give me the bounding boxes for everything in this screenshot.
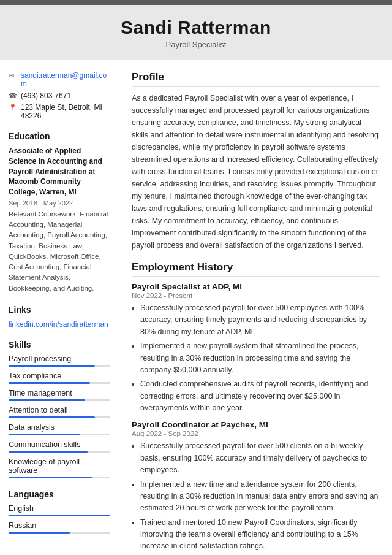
skill-item: Communication skills <box>9 440 110 453</box>
skill-bar-fill <box>9 416 95 418</box>
sidebar: ✉ sandi.ratterman@gmail.com ☎ (493) 803-… <box>0 60 119 555</box>
language-name: Russian <box>9 521 110 530</box>
skill-item: Data analysis <box>9 423 110 435</box>
job-entry: Payroll Specialist at ADP, MI Nov 2022 -… <box>132 282 380 414</box>
job-bullet: Trained and mentored 10 new Payroll Coor… <box>140 517 380 553</box>
skills-title: Skills <box>9 340 110 350</box>
skill-item: Tax compliance <box>9 372 110 384</box>
email-item: ✉ sandi.ratterman@gmail.com <box>9 71 110 88</box>
language-item: Russian <box>9 521 110 534</box>
skill-name: Time management <box>9 389 110 397</box>
phone-item: ☎ (493) 803-7671 <box>9 91 110 100</box>
phone-icon: ☎ <box>9 92 17 100</box>
skill-bar-bg <box>9 382 110 384</box>
skill-bar-bg <box>9 477 110 478</box>
skill-bar-fill <box>9 434 80 435</box>
skills-section: Skills Payroll processing Tax compliance… <box>9 340 110 478</box>
job-title: Payroll Specialist at ADP, MI <box>132 282 380 291</box>
address-value: 123 Maple St, Detroit, MI 48226 <box>21 103 110 120</box>
language-bar-bg <box>9 515 110 516</box>
body-wrap: ✉ sandi.ratterman@gmail.com ☎ (493) 803-… <box>0 60 392 555</box>
skill-bar-fill <box>9 382 90 384</box>
education-section: Education Associate of Applied Science i… <box>9 131 110 294</box>
job-title: Payroll Coordinator at Paychex, MI <box>132 420 380 429</box>
skill-name: Payroll processing <box>9 354 110 363</box>
email-link[interactable]: sandi.ratterman@gmail.com <box>21 71 110 88</box>
skill-name: Data analysis <box>9 423 110 432</box>
skills-list: Payroll processing Tax compliance Time m… <box>9 354 110 478</box>
profile-title: Profile <box>132 71 380 87</box>
job-bullet: Successfully processed payroll for over … <box>140 302 380 338</box>
language-bar-bg <box>9 532 110 534</box>
skill-name: Tax compliance <box>9 372 110 380</box>
jobs-list: Payroll Specialist at ADP, MI Nov 2022 -… <box>132 282 380 553</box>
language-bar-fill <box>9 515 110 516</box>
skill-bar-bg <box>9 434 110 435</box>
phone-value: (493) 803-7671 <box>21 91 71 100</box>
profile-section: Profile As a dedicated Payroll Specialis… <box>132 71 380 251</box>
coursework-label: Relevant Coursework: <box>9 210 78 218</box>
skill-bar-bg <box>9 416 110 418</box>
location-icon: 📍 <box>9 104 17 112</box>
job-bullet: Successfully processed payroll for over … <box>140 440 380 476</box>
links-section: Links linkedin.com/in/sandiratterman <box>9 305 110 329</box>
profile-text: As a dedicated Payroll Specialist with o… <box>132 92 380 251</box>
skill-bar-fill <box>9 477 92 478</box>
job-dates: Aug 2022 - Sep 2022 <box>132 430 380 437</box>
address-item: 📍 123 Maple St, Detroit, MI 48226 <box>9 103 110 120</box>
education-dates: Sep 2018 - May 2022 <box>9 199 110 207</box>
languages-list: English Russian <box>9 504 110 534</box>
job-bullet: Implemented a new time and attendance sy… <box>140 479 380 515</box>
skill-name: Knowledge of payroll software <box>9 457 110 475</box>
job-bullets-list: Successfully processed payroll for over … <box>132 440 380 552</box>
job-entry: Payroll Coordinator at Paychex, MI Aug 2… <box>132 420 380 552</box>
skill-item: Payroll processing <box>9 354 110 367</box>
job-dates: Nov 2022 - Present <box>132 292 380 299</box>
employment-section: Employment History Payroll Specialist at… <box>132 261 380 553</box>
language-item: English <box>9 504 110 516</box>
skill-item: Time management <box>9 389 110 401</box>
education-degree: Associate of Applied Science in Accounti… <box>9 146 110 197</box>
languages-section: Languages English Russian <box>9 489 110 534</box>
resume-header: Sandi Ratterman Payroll Specialist <box>0 0 392 60</box>
skill-name: Communication skills <box>9 440 110 449</box>
languages-title: Languages <box>9 489 110 499</box>
education-title: Education <box>9 131 110 141</box>
language-name: English <box>9 504 110 513</box>
skill-bar-bg <box>9 365 110 367</box>
contact-section: ✉ sandi.ratterman@gmail.com ☎ (493) 803-… <box>9 71 110 120</box>
skill-bar-fill <box>9 399 85 401</box>
links-title: Links <box>9 305 110 315</box>
skill-item: Attention to detail <box>9 406 110 418</box>
email-icon: ✉ <box>9 72 17 80</box>
education-coursework: Relevant Coursework: Financial Accountin… <box>9 209 110 294</box>
skill-item: Knowledge of payroll software <box>9 457 110 478</box>
skill-name: Attention to detail <box>9 406 110 415</box>
skill-bar-fill <box>9 451 88 453</box>
candidate-title: Payroll Specialist <box>12 40 380 49</box>
skill-bar-bg <box>9 399 110 401</box>
linkedin-link[interactable]: linkedin.com/in/sandiratterman <box>9 320 108 329</box>
candidate-name: Sandi Ratterman <box>12 17 380 38</box>
language-bar-fill <box>9 532 70 534</box>
main-content: Profile As a dedicated Payroll Specialis… <box>119 60 392 555</box>
job-bullet: Implemented a new payroll system that st… <box>140 340 380 376</box>
skill-bar-fill <box>9 365 95 367</box>
skill-bar-bg <box>9 451 110 453</box>
job-bullet: Conducted comprehensive audits of payrol… <box>140 378 380 414</box>
employment-title: Employment History <box>132 261 380 277</box>
job-bullets-list: Successfully processed payroll for over … <box>132 302 380 414</box>
coursework-text: Financial Accounting, Managerial Account… <box>9 210 108 292</box>
